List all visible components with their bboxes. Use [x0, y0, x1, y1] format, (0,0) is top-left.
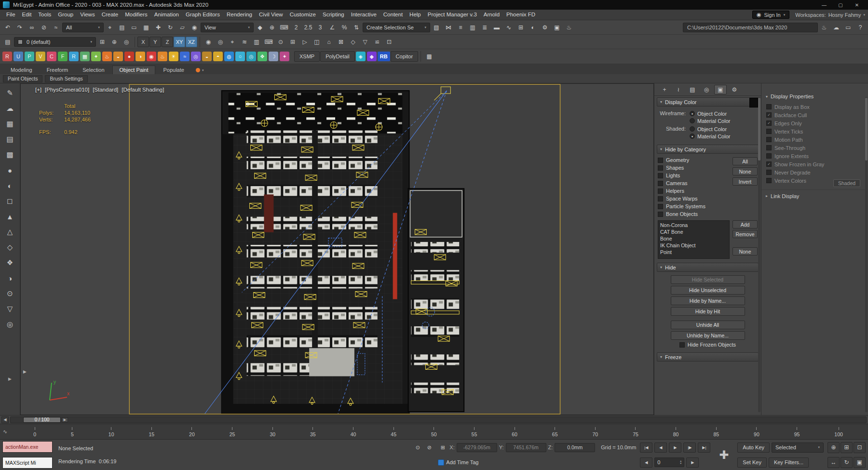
- select-objects-in-layer-icon[interactable]: ◎: [121, 36, 132, 48]
- angle-snap-icon[interactable]: ∠: [326, 22, 338, 33]
- menu-item[interactable]: Modifiers: [122, 10, 151, 20]
- plugin-cup-icon[interactable]: ◒: [202, 52, 212, 61]
- select-and-rotate-icon[interactable]: ↻: [164, 22, 176, 33]
- plugin-sun-icon[interactable]: ☀: [169, 52, 178, 61]
- menu-item[interactable]: Group: [54, 10, 77, 20]
- invert-button[interactable]: Invert: [732, 177, 758, 186]
- use-pivot-point-icon[interactable]: ◆: [254, 22, 266, 33]
- keyboard-entry-icon[interactable]: ⌨: [263, 36, 274, 48]
- grid-display-icon[interactable]: ▥: [251, 36, 262, 48]
- plugin-moon-icon[interactable]: ☽: [269, 52, 278, 61]
- plugin-teal-icon[interactable]: ◈: [356, 52, 366, 61]
- hide-frozen-objects-checkbox[interactable]: Hide Frozen Objects: [679, 341, 736, 349]
- axis-z-constraint-button[interactable]: Z: [162, 37, 173, 47]
- unhide-all-button[interactable]: Unhide All: [671, 321, 745, 329]
- hide-unselected-button[interactable]: Hide Unselected: [671, 286, 745, 295]
- set-key-button[interactable]: Set Key: [737, 457, 767, 468]
- slate-editor-icon[interactable]: ⊡: [383, 36, 395, 48]
- toggle-layer-explorer-icon[interactable]: ≣: [479, 22, 490, 33]
- menu-item[interactable]: Animation: [151, 10, 182, 20]
- plugin-sphere-icon[interactable]: ●: [124, 52, 134, 61]
- selection-set-dropdown[interactable]: Selected ▾: [772, 443, 824, 453]
- spinner-snap-icon[interactable]: ⇅: [351, 22, 362, 33]
- axis-xz-constraint-button[interactable]: XZ: [186, 37, 197, 47]
- menu-item[interactable]: Create: [98, 10, 122, 20]
- unlink-selection-icon[interactable]: ⊘: [38, 22, 50, 33]
- category-checkbox-row[interactable]: Space Warps: [658, 195, 732, 202]
- plugin-target-icon[interactable]: ◎: [246, 52, 256, 61]
- material-editor-icon[interactable]: ◐: [527, 22, 539, 33]
- absolute-mode-icon[interactable]: ⊞: [438, 443, 448, 452]
- timeline-prev-icon[interactable]: ◀: [1, 416, 9, 423]
- z-coordinate-field[interactable]: 0.0mm: [555, 443, 595, 452]
- key-filters-button[interactable]: Key Filters...: [769, 457, 809, 468]
- panel-brush-settings[interactable]: Brush Settings: [45, 75, 87, 82]
- next-frame-icon[interactable]: |▶: [683, 443, 696, 453]
- viewport[interactable]: [+] [PhysCamera010] [Standard] [Default …: [20, 83, 654, 415]
- undo-icon[interactable]: ↶: [2, 22, 14, 33]
- category-checkbox-row[interactable]: Shapes: [658, 164, 732, 172]
- compare-icon[interactable]: ≌: [371, 36, 383, 48]
- rendered-frame-window-icon[interactable]: ▣: [551, 22, 563, 33]
- tab-selection[interactable]: Selection: [76, 66, 111, 74]
- sphere-primitive-icon[interactable]: ●: [3, 163, 17, 177]
- menu-item[interactable]: Graph Editors: [182, 10, 223, 20]
- open-folder-icon[interactable]: ▭: [842, 22, 854, 33]
- sign-in-button[interactable]: ◉ Sign In ▾: [752, 11, 789, 19]
- zoom-icon[interactable]: ⊕: [827, 442, 840, 453]
- exclusion-list-item[interactable]: Point: [660, 249, 727, 255]
- menu-item[interactable]: Project Manager v.3: [424, 10, 480, 20]
- tab-utilities-icon[interactable]: ⚙: [728, 85, 741, 94]
- current-frame-field[interactable]: 0 ▴▾: [654, 457, 684, 467]
- plugin-teapot-icon[interactable]: ◓: [213, 52, 223, 61]
- category-checkbox-row[interactable]: Particle Systems: [658, 202, 732, 210]
- display-floater-icon[interactable]: ◎: [215, 36, 226, 48]
- display-property-row[interactable]: Display as Box: [766, 103, 868, 111]
- plugin-railclone-icon[interactable]: R: [69, 52, 79, 61]
- y-coordinate-field[interactable]: 7451.676m: [506, 443, 546, 452]
- tab-create-icon[interactable]: +: [658, 85, 671, 94]
- hide-by-hit-button[interactable]: Hide by Hit: [671, 307, 745, 316]
- wireframe-material-color-radio[interactable]: Material Color: [690, 117, 730, 124]
- active-layer-dropdown[interactable]: 0 (default) ▾: [14, 37, 96, 47]
- mirror-icon[interactable]: ⋈: [443, 22, 454, 33]
- scene-explorer-toggle-icon[interactable]: ▤: [2, 36, 14, 48]
- display-property-row[interactable]: ✓ Edges Only: [766, 119, 868, 127]
- menu-item[interactable]: Phoenix FD: [503, 10, 539, 20]
- home-grid-icon[interactable]: ⌂: [323, 36, 335, 48]
- render-setup-icon[interactable]: ⚙: [539, 22, 551, 33]
- viewport-general-menu[interactable]: [+]: [35, 87, 41, 93]
- plugin-universal-icon[interactable]: U: [14, 52, 23, 61]
- percent-snap-icon[interactable]: %: [339, 22, 350, 33]
- ring-tool-icon[interactable]: ◎: [3, 317, 17, 332]
- shaded-button[interactable]: Shaded: [833, 179, 860, 187]
- plugin-grid-icon[interactable]: ▦: [80, 52, 90, 61]
- contrast-tool-icon[interactable]: ◑: [3, 271, 17, 285]
- hide-by-category-rollout[interactable]: ▾ Hide by Category: [657, 145, 759, 154]
- close-icon[interactable]: ✕: [849, 0, 865, 9]
- macro-recorder-field[interactable]: actionMan.exe: [2, 441, 53, 453]
- curve-editor-icon[interactable]: ∿: [503, 22, 515, 33]
- menu-item[interactable]: Edit: [19, 10, 35, 20]
- tab-object-paint[interactable]: Object Paint: [112, 66, 156, 74]
- pyramid-primitive-icon[interactable]: △: [3, 225, 17, 239]
- align-icon[interactable]: ≡: [455, 22, 466, 33]
- spinner-icon[interactable]: ▴▾: [680, 460, 681, 465]
- maximize-icon[interactable]: ▢: [832, 0, 849, 9]
- time-slider-track[interactable]: 0 / 100 ▶: [10, 416, 867, 423]
- plugin-relink-bitmaps-icon[interactable]: R: [2, 52, 12, 61]
- props-panel-scrollbar[interactable]: [865, 97, 868, 412]
- tab-freeform[interactable]: Freeform: [40, 66, 75, 74]
- window-crossing-icon[interactable]: ▦: [140, 22, 152, 33]
- selection-lock-icon[interactable]: ⊘: [424, 443, 434, 452]
- target-tool-icon[interactable]: ⊙: [3, 286, 17, 301]
- track-bar[interactable]: ∿ 05101520253035404550556065707580859095…: [0, 424, 868, 439]
- menu-item[interactable]: Interactive: [348, 10, 380, 20]
- select-and-link-icon[interactable]: ∞: [26, 22, 38, 33]
- viewport-standard-menu[interactable]: [Standard]: [93, 87, 118, 93]
- create-new-layer-icon[interactable]: ⊞: [96, 36, 108, 48]
- render-flyout-icon[interactable]: ♨: [818, 22, 830, 33]
- category-checkbox-row[interactable]: Helpers: [658, 187, 732, 195]
- play-script-icon[interactable]: ▷: [299, 36, 311, 48]
- plugin-anchor-icon[interactable]: ✦: [280, 52, 289, 61]
